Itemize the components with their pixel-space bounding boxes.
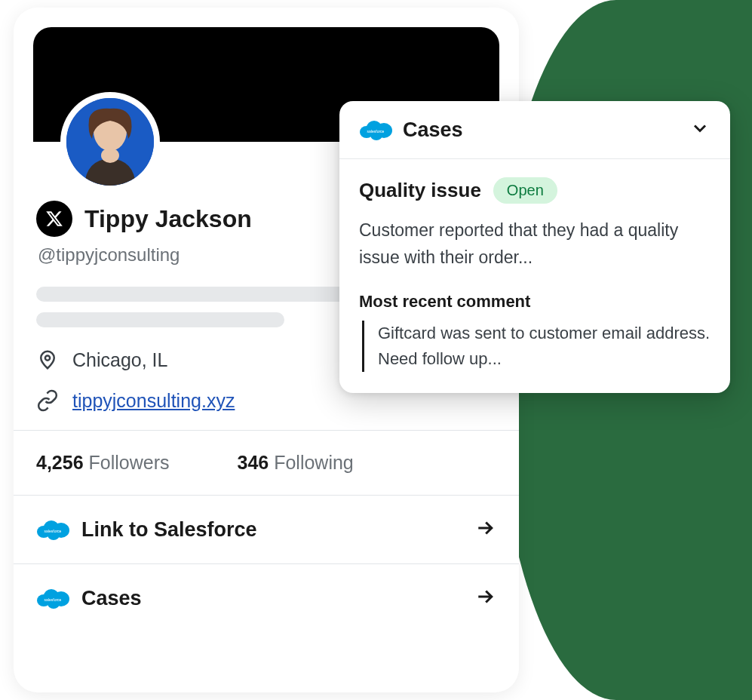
salesforce-icon: salesforce <box>36 587 69 609</box>
location-pin-icon <box>36 348 59 371</box>
cases-panel-header[interactable]: salesforce Cases <box>339 101 730 159</box>
avatar[interactable] <box>66 98 154 186</box>
comment-text: Giftcard was sent to customer email addr… <box>362 321 711 372</box>
arrow-right-icon <box>474 517 496 542</box>
website-link[interactable]: tippyjconsulting.xyz <box>72 390 235 412</box>
link-salesforce-label: Link to Salesforce <box>81 518 257 542</box>
cases-label: Cases <box>81 587 142 610</box>
case-description: Customer reported that they had a qualit… <box>359 217 711 271</box>
followers-stat[interactable]: 4,256 Followers <box>36 452 170 474</box>
salesforce-icon: salesforce <box>359 118 392 141</box>
cases-panel-body: Quality issue Open Customer reported tha… <box>339 159 730 393</box>
cases-row[interactable]: salesforce Cases <box>14 564 519 632</box>
followers-count: 4,256 <box>36 452 84 473</box>
display-name: Tippy Jackson <box>84 205 252 233</box>
svg-text:salesforce: salesforce <box>45 597 62 602</box>
avatar-wrapper <box>60 92 160 192</box>
case-title: Quality issue <box>359 179 481 202</box>
x-logo-icon <box>36 201 72 237</box>
chevron-down-icon[interactable] <box>689 118 711 142</box>
location-text: Chicago, IL <box>72 349 167 371</box>
salesforce-icon: salesforce <box>36 518 69 541</box>
followers-label: Followers <box>89 452 170 473</box>
link-to-salesforce-row[interactable]: salesforce Link to Salesforce <box>14 496 519 564</box>
link-icon <box>36 389 59 412</box>
following-stat[interactable]: 346 Following <box>238 452 354 474</box>
arrow-right-icon <box>474 585 496 611</box>
skeleton-line <box>36 312 284 327</box>
status-badge: Open <box>493 177 557 204</box>
avatar-placeholder-icon <box>66 98 154 186</box>
cases-panel-title: Cases <box>403 118 463 142</box>
svg-point-2 <box>101 148 119 163</box>
svg-text:salesforce: salesforce <box>367 129 385 134</box>
svg-point-3 <box>45 355 50 360</box>
stats-row: 4,256 Followers 346 Following <box>14 430 519 496</box>
cases-panel: salesforce Cases Quality issue Open Cust… <box>339 101 730 393</box>
svg-text:salesforce: salesforce <box>45 529 62 533</box>
following-label: Following <box>274 452 354 473</box>
comment-heading: Most recent comment <box>359 292 711 312</box>
following-count: 346 <box>238 452 269 473</box>
